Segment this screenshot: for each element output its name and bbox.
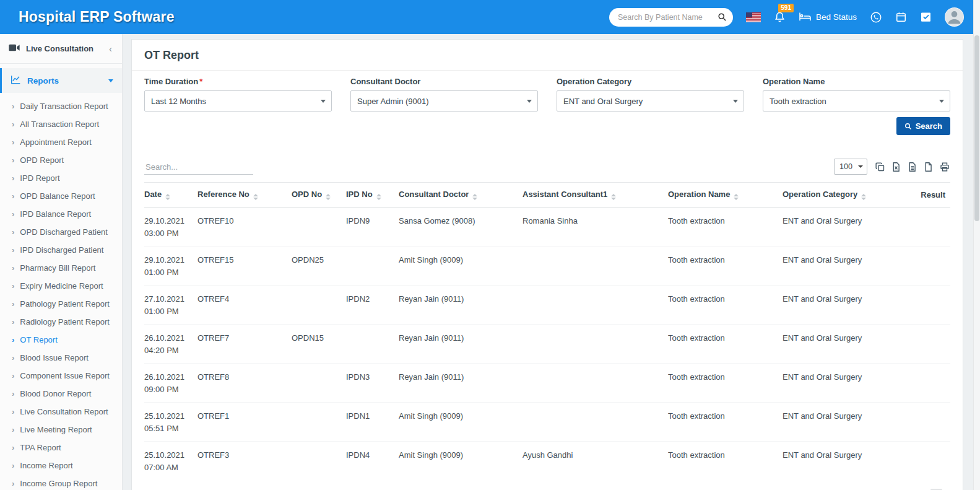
ot-report-card: OT Report Time Duration*Last 12 MonthsCo… [131, 39, 963, 490]
table-row[interactable]: 25.10.202107:00 AMOTREF3IPDN4Amit Singh … [144, 442, 950, 481]
sidebar-item[interactable]: ›Radiology Patient Report [0, 313, 122, 331]
column-header-opd-no[interactable]: OPD No [287, 183, 341, 208]
chevron-right-icon: › [12, 300, 14, 308]
chevron-right-icon: › [12, 120, 14, 128]
excel-icon[interactable] [891, 162, 901, 172]
column-header-operation-category[interactable]: Operation Category [778, 183, 914, 208]
cell-date: 25.10.202107:00 AM [144, 442, 193, 481]
column-header-assistant-consultant1[interactable]: Assistant Consultant1 [518, 183, 663, 208]
sidebar-item[interactable]: ›IPD Balance Report [0, 205, 122, 223]
table-row[interactable]: 25.10.202105:51 PMOTREF1IPDN1Amit Singh … [144, 403, 950, 442]
sidebar-item[interactable]: ›Pathology Patient Report [0, 295, 122, 313]
sidebar-item[interactable]: ›Pharmacy Bill Report [0, 259, 122, 277]
vertical-scrollbar[interactable] [973, 0, 980, 490]
sidebar-item[interactable]: ›OT Report [0, 331, 122, 349]
column-header-result[interactable]: Result [914, 183, 950, 208]
chevron-right-icon: › [12, 372, 14, 380]
table-row[interactable]: 29.10.202101:00 PMOTREF15OPDN25Amit Sing… [144, 247, 950, 286]
table-search-input[interactable] [144, 160, 253, 175]
sidebar-item[interactable]: ›Blood Issue Report [0, 349, 122, 367]
sidebar-item[interactable]: ›Daily Transaction Report [0, 97, 122, 115]
sort-icon [734, 194, 739, 200]
sort-icon [253, 194, 258, 200]
us-flag-icon[interactable] [746, 12, 761, 22]
sidebar-item[interactable]: ›Income Group Report [0, 475, 122, 490]
copy-icon[interactable] [875, 162, 885, 172]
cell-assistant-consultant: Ayush Gandhi [518, 442, 663, 481]
cell-opd-no: OPDN25 [287, 247, 341, 286]
user-avatar[interactable] [945, 7, 964, 27]
sidebar-item-label: Daily Transaction Report [20, 102, 108, 111]
chevron-right-icon: › [12, 336, 14, 344]
column-header-consultant-doctor[interactable]: Consultant Doctor [394, 183, 518, 208]
table-row[interactable]: 29.10.202103:00 PMOTREF10IPDN9Sansa Gome… [144, 208, 950, 247]
filter-select[interactable]: ENT and Oral Surgery [557, 90, 744, 112]
filter-select[interactable]: Super Admin (9001) [350, 90, 538, 112]
notification-bell-icon[interactable]: 591 [774, 11, 786, 24]
table-row[interactable]: 26.10.202109:00 PMOTREF8IPDN3Reyan Jain … [144, 364, 950, 403]
sidebar-item[interactable]: ›OPD Report [0, 151, 122, 169]
cell-result [914, 364, 950, 403]
sidebar-item[interactable]: ›Component Issue Report [0, 367, 122, 385]
cell-ipd-no: IPDN1 [341, 403, 394, 442]
cell-operation-name: Tooth extraction [663, 286, 778, 325]
column-header-date[interactable]: Date [144, 183, 193, 208]
bed-status-button[interactable]: Bed Status [799, 11, 857, 24]
sidebar-item-live-consultation[interactable]: Live Consultation ‹ [0, 34, 122, 64]
whatsapp-icon[interactable] [870, 11, 882, 24]
cell-result [914, 286, 950, 325]
table-row[interactable]: 27.10.202101:00 PMOTREF4IPDN2Reyan Jain … [144, 286, 950, 325]
sidebar-item[interactable]: ›Income Report [0, 457, 122, 475]
sidebar-item[interactable]: ›IPD Report [0, 169, 122, 187]
filter-field: Consultant DoctorSuper Admin (9001) [350, 77, 538, 112]
csv-icon[interactable] [907, 162, 917, 172]
column-header-operation-name[interactable]: Operation Name [663, 183, 778, 208]
sidebar-item[interactable]: ›All Transaction Report [0, 115, 122, 133]
chevron-right-icon: › [12, 318, 14, 326]
cell-opd-no [287, 364, 341, 403]
column-header-ipd-no[interactable]: IPD No [341, 183, 394, 208]
cell-result [914, 208, 950, 247]
sidebar-item[interactable]: ›Live Meeting Report [0, 421, 122, 439]
cell-operation-name: Tooth extraction [663, 442, 778, 481]
sidebar-item-label: Pharmacy Bill Report [20, 263, 95, 273]
scrollbar-thumb[interactable] [974, 35, 979, 221]
filter-select[interactable]: Last 12 Months [144, 90, 332, 112]
filter-select[interactable]: Tooth extraction [763, 90, 950, 112]
sidebar-item[interactable]: ›IPD Discharged Patient [0, 241, 122, 259]
sidebar-section-reports[interactable]: Reports [0, 68, 122, 93]
table-row[interactable]: 26.10.202104:20 PMOTREF7OPDN15Reyan Jain… [144, 325, 950, 364]
sidebar-item[interactable]: ›Blood Donor Report [0, 385, 122, 403]
sidebar-item-label: IPD Discharged Patient [20, 245, 103, 255]
export-toolbar [875, 162, 950, 172]
chevron-right-icon: › [12, 408, 14, 416]
cell-reference-no: OTREF10 [193, 208, 287, 247]
cell-result [914, 442, 950, 481]
sidebar-item-label: Blood Issue Report [20, 353, 89, 362]
patient-search[interactable] [609, 8, 733, 27]
calendar-icon[interactable] [895, 11, 907, 23]
sidebar-item[interactable]: ›Appointment Report [0, 133, 122, 151]
column-header-reference-no[interactable]: Reference No [193, 183, 287, 208]
page-size-select[interactable]: 100 [834, 159, 867, 175]
cell-operation-name: Tooth extraction [663, 247, 778, 286]
sidebar-item[interactable]: ›Live Consultation Report [0, 403, 122, 421]
sidebar: Live Consultation ‹ Reports ›Daily Trans… [0, 34, 123, 490]
task-check-icon[interactable] [920, 11, 932, 23]
sidebar-item-label: OPD Report [20, 155, 64, 165]
pdf-icon[interactable] [923, 162, 934, 172]
sidebar-item[interactable]: ›Expiry Medicine Report [0, 277, 122, 295]
print-icon[interactable] [939, 162, 950, 172]
sidebar-item[interactable]: ›OPD Discharged Patient [0, 223, 122, 241]
collapse-sidebar-icon[interactable]: ‹ [106, 43, 115, 54]
sidebar-item[interactable]: ›OPD Balance Report [0, 187, 122, 205]
cell-result [914, 403, 950, 442]
patient-search-input[interactable] [618, 13, 718, 22]
cell-operation-category: ENT and Oral Surgery [778, 286, 914, 325]
search-icon[interactable] [718, 12, 727, 22]
sidebar-item[interactable]: ›TPA Report [0, 439, 122, 457]
cell-opd-no [287, 442, 341, 481]
search-button[interactable]: Search [896, 117, 950, 135]
reports-section-label: Reports [27, 76, 102, 85]
cell-consultant-doctor: Amit Singh (9009) [394, 442, 518, 481]
